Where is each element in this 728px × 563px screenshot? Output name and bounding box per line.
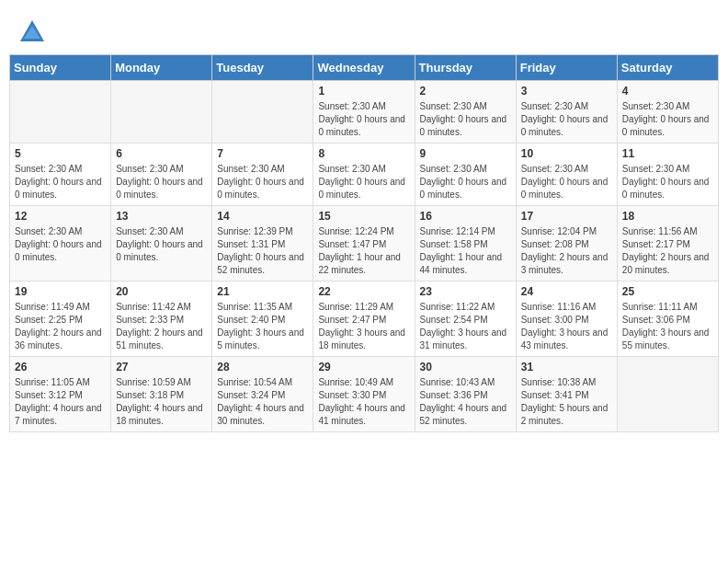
weekday-header-row: SundayMondayTuesdayWednesdayThursdayFrid… — [10, 55, 719, 81]
day-number: 20 — [116, 285, 207, 298]
logo-icon — [18, 18, 46, 46]
day-number: 13 — [116, 210, 207, 223]
calendar-cell: 28Sunrise: 10:54 AM Sunset: 3:24 PM Dayl… — [212, 357, 313, 432]
day-info: Sunset: 2:30 AM Daylight: 0 hours and 0 … — [15, 225, 106, 264]
weekday-header-monday: Monday — [111, 55, 212, 81]
calendar-cell: 7Sunset: 2:30 AM Daylight: 0 hours and 0… — [212, 144, 313, 206]
calendar-cell: 27Sunrise: 10:59 AM Sunset: 3:18 PM Dayl… — [111, 357, 212, 432]
weekday-header-wednesday: Wednesday — [313, 55, 415, 81]
calendar-cell: 31Sunrise: 10:38 AM Sunset: 3:41 PM Dayl… — [516, 357, 617, 432]
day-info: Sunrise: 10:43 AM Sunset: 3:36 PM Daylig… — [420, 376, 511, 428]
week-row-2: 5Sunset: 2:30 AM Daylight: 0 hours and 0… — [10, 144, 719, 206]
weekday-header-sunday: Sunday — [10, 55, 111, 81]
calendar-cell: 29Sunrise: 10:49 AM Sunset: 3:30 PM Dayl… — [313, 357, 415, 432]
day-number: 19 — [15, 285, 106, 298]
calendar-cell — [617, 357, 718, 432]
calendar-cell: 10Sunset: 2:30 AM Daylight: 0 hours and … — [516, 144, 617, 206]
calendar-cell — [212, 81, 313, 144]
day-info: Sunrise: 10:54 AM Sunset: 3:24 PM Daylig… — [217, 376, 308, 428]
calendar-cell: 6Sunset: 2:30 AM Daylight: 0 hours and 0… — [111, 144, 212, 206]
day-number: 1 — [318, 85, 409, 98]
day-info: Sunrise: 10:49 AM Sunset: 3:30 PM Daylig… — [318, 376, 409, 428]
calendar-cell: 18Sunrise: 11:56 AM Sunset: 2:17 PM Dayl… — [617, 206, 718, 282]
calendar-cell: 17Sunrise: 12:04 PM Sunset: 2:08 PM Dayl… — [516, 206, 617, 282]
page-header — [9, 9, 719, 51]
day-number: 3 — [521, 85, 612, 98]
day-info: Sunset: 2:30 AM Daylight: 0 hours and 0 … — [521, 163, 612, 201]
day-info: Sunset: 2:30 AM Daylight: 0 hours and 0 … — [15, 163, 106, 201]
calendar-cell: 1Sunset: 2:30 AM Daylight: 0 hours and 0… — [313, 81, 415, 144]
day-info: Sunset: 2:30 AM Daylight: 0 hours and 0 … — [116, 163, 207, 201]
day-info: Sunrise: 11:22 AM Sunset: 2:54 PM Daylig… — [420, 301, 511, 352]
day-number: 14 — [217, 210, 308, 223]
calendar-cell — [10, 81, 111, 144]
day-info: Sunrise: 12:04 PM Sunset: 2:08 PM Daylig… — [521, 225, 612, 277]
calendar-cell: 5Sunset: 2:30 AM Daylight: 0 hours and 0… — [10, 144, 111, 206]
day-info: Sunset: 2:30 AM Daylight: 0 hours and 0 … — [420, 100, 511, 139]
weekday-header-tuesday: Tuesday — [212, 55, 313, 81]
weekday-header-thursday: Thursday — [415, 55, 516, 81]
day-number: 23 — [420, 285, 511, 298]
day-info: Sunset: 2:30 AM Daylight: 0 hours and 0 … — [622, 163, 713, 201]
calendar-cell: 22Sunrise: 11:29 AM Sunset: 2:47 PM Dayl… — [313, 282, 415, 357]
logo — [18, 18, 50, 46]
calendar-cell: 23Sunrise: 11:22 AM Sunset: 2:54 PM Dayl… — [415, 282, 516, 357]
day-info: Sunset: 2:30 AM Daylight: 0 hours and 0 … — [318, 100, 409, 139]
day-number: 24 — [521, 285, 612, 298]
day-info: Sunrise: 11:16 AM Sunset: 3:00 PM Daylig… — [521, 301, 612, 352]
calendar-cell: 19Sunrise: 11:49 AM Sunset: 2:25 PM Dayl… — [10, 282, 111, 357]
calendar-cell: 3Sunset: 2:30 AM Daylight: 0 hours and 0… — [516, 81, 617, 144]
day-number: 12 — [15, 210, 106, 223]
day-number: 25 — [622, 285, 713, 298]
day-number: 2 — [420, 85, 511, 98]
day-info: Sunset: 2:30 AM Daylight: 0 hours and 0 … — [521, 100, 612, 139]
calendar-cell: 14Sunrise: 12:39 PM Sunset: 1:31 PM Dayl… — [212, 206, 313, 282]
day-number: 6 — [116, 147, 207, 160]
day-info: Sunset: 2:30 AM Daylight: 0 hours and 0 … — [116, 225, 207, 264]
calendar-cell: 9Sunset: 2:30 AM Daylight: 0 hours and 0… — [415, 144, 516, 206]
day-number: 22 — [318, 285, 409, 298]
day-number: 27 — [116, 361, 207, 373]
day-info: Sunset: 2:30 AM Daylight: 0 hours and 0 … — [622, 100, 713, 139]
day-number: 29 — [318, 361, 409, 373]
day-number: 28 — [217, 361, 308, 373]
day-info: Sunrise: 10:59 AM Sunset: 3:18 PM Daylig… — [116, 376, 207, 428]
calendar-cell: 8Sunset: 2:30 AM Daylight: 0 hours and 0… — [313, 144, 415, 206]
calendar-cell: 15Sunrise: 12:24 PM Sunset: 1:47 PM Dayl… — [313, 206, 415, 282]
week-row-5: 26Sunrise: 11:05 AM Sunset: 3:12 PM Dayl… — [10, 357, 719, 432]
week-row-3: 12Sunset: 2:30 AM Daylight: 0 hours and … — [10, 206, 719, 282]
day-info: Sunrise: 12:14 PM Sunset: 1:58 PM Daylig… — [420, 225, 511, 277]
calendar-cell: 26Sunrise: 11:05 AM Sunset: 3:12 PM Dayl… — [10, 357, 111, 432]
day-info: Sunrise: 11:42 AM Sunset: 2:33 PM Daylig… — [116, 301, 207, 352]
calendar-table: SundayMondayTuesdayWednesdayThursdayFrid… — [9, 54, 719, 432]
day-number: 15 — [318, 210, 409, 223]
calendar-cell: 2Sunset: 2:30 AM Daylight: 0 hours and 0… — [415, 81, 516, 144]
day-info: Sunrise: 11:11 AM Sunset: 3:06 PM Daylig… — [622, 301, 713, 352]
calendar-cell — [111, 81, 212, 144]
day-info: Sunset: 2:30 AM Daylight: 0 hours and 0 … — [217, 163, 308, 201]
week-row-1: 1Sunset: 2:30 AM Daylight: 0 hours and 0… — [10, 81, 719, 144]
day-number: 5 — [15, 147, 106, 160]
weekday-header-saturday: Saturday — [617, 55, 718, 81]
day-number: 11 — [622, 147, 713, 160]
day-number: 8 — [318, 147, 409, 160]
day-number: 7 — [217, 147, 308, 160]
day-number: 18 — [622, 210, 713, 223]
calendar-cell: 24Sunrise: 11:16 AM Sunset: 3:00 PM Dayl… — [516, 282, 617, 357]
calendar-cell: 16Sunrise: 12:14 PM Sunset: 1:58 PM Dayl… — [415, 206, 516, 282]
day-number: 26 — [15, 361, 106, 373]
day-info: Sunset: 2:30 AM Daylight: 0 hours and 0 … — [420, 163, 511, 201]
day-info: Sunrise: 11:49 AM Sunset: 2:25 PM Daylig… — [15, 301, 106, 352]
day-number: 10 — [521, 147, 612, 160]
day-info: Sunrise: 11:56 AM Sunset: 2:17 PM Daylig… — [622, 225, 713, 277]
day-info: Sunrise: 12:24 PM Sunset: 1:47 PM Daylig… — [318, 225, 409, 277]
day-info: Sunrise: 11:35 AM Sunset: 2:40 PM Daylig… — [217, 301, 308, 352]
calendar-cell: 20Sunrise: 11:42 AM Sunset: 2:33 PM Dayl… — [111, 282, 212, 357]
calendar-cell: 4Sunset: 2:30 AM Daylight: 0 hours and 0… — [617, 81, 718, 144]
day-number: 4 — [622, 85, 713, 98]
day-info: Sunrise: 10:38 AM Sunset: 3:41 PM Daylig… — [521, 376, 612, 428]
calendar-cell: 13Sunset: 2:30 AM Daylight: 0 hours and … — [111, 206, 212, 282]
calendar-cell: 12Sunset: 2:30 AM Daylight: 0 hours and … — [10, 206, 111, 282]
day-info: Sunrise: 12:39 PM Sunset: 1:31 PM Daylig… — [217, 225, 308, 277]
day-number: 16 — [420, 210, 511, 223]
